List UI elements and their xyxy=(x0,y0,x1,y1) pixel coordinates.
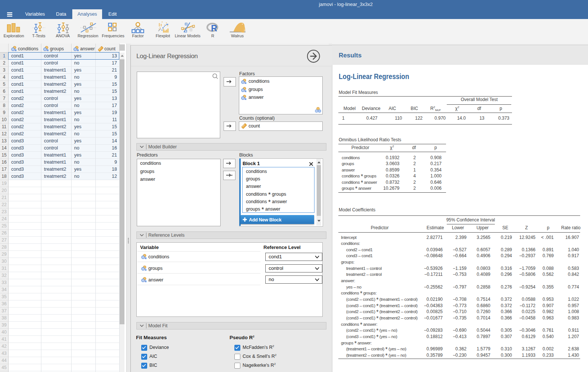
svg-text:a: a xyxy=(145,268,146,271)
svg-text:a: a xyxy=(244,81,246,84)
svg-text:a: a xyxy=(47,48,48,51)
svg-text:a: a xyxy=(145,256,146,259)
svg-text:a: a xyxy=(244,97,246,100)
svg-text:a: a xyxy=(145,279,146,283)
svg-text:a: a xyxy=(77,48,79,51)
svg-text:R: R xyxy=(211,23,217,33)
svg-text:a: a xyxy=(244,89,246,92)
svg-text:a: a xyxy=(15,48,16,51)
